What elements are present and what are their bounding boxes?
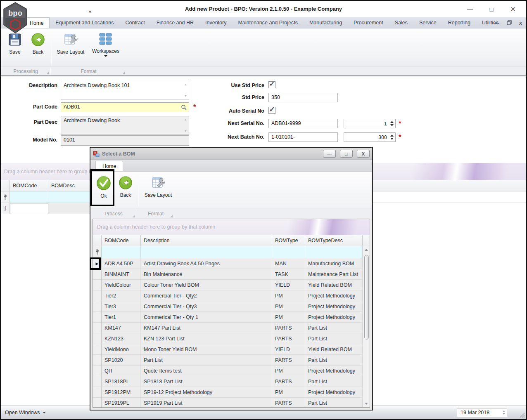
std-price-field[interactable]: 350 [268, 93, 338, 102]
tab-maintenance-and-projects[interactable]: Maintenance and Projects [232, 17, 304, 28]
scroll-down-icon[interactable] [363, 400, 370, 407]
dialog-launcher-icon[interactable] [133, 215, 135, 217]
save-button[interactable]: Save [3, 28, 26, 66]
bom-row[interactable]: YieldColour Colour Toner Yield BOM YIELD… [93, 280, 363, 290]
next-serial-field[interactable]: ADB01-9999 [268, 119, 338, 128]
cell-bomcode: KZN123 [102, 333, 141, 344]
next-serial-qty-stepper[interactable]: 1 [344, 119, 396, 128]
date-spin-down-icon[interactable] [503, 413, 505, 415]
mdi-close-icon[interactable]: x [519, 20, 522, 26]
bom-row[interactable]: Tier1 Commerical Tier - Qty 1 PM Project… [93, 312, 363, 323]
date-spin-up-icon[interactable] [503, 411, 505, 412]
row-indicator [93, 280, 102, 290]
bom-row[interactable]: SP1912PM SP19-12 Project Methodology PM … [93, 387, 363, 398]
filter-cell[interactable] [305, 246, 363, 258]
filter-cell[interactable] [272, 246, 305, 258]
column-header-description[interactable]: Description [141, 235, 272, 246]
model-no-field[interactable]: 0101 [61, 135, 189, 146]
cell-bomtypedesc: Project Methodology [305, 312, 363, 322]
maximize-icon[interactable]: □ [486, 4, 497, 14]
scroll-down-icon[interactable]: ▼ [184, 130, 187, 132]
tab-manufacturing[interactable]: Manufacturing [304, 17, 348, 28]
bom-group-by-panel[interactable]: Drag a column header here to group by th… [93, 219, 370, 235]
next-serial-qty-value: 1 [344, 121, 389, 127]
tab-service[interactable]: Service [413, 17, 442, 28]
part-desc-field[interactable]: Architects Drawing Book ▲▼ [61, 116, 189, 134]
bom-filter-row [93, 246, 370, 258]
tab-procurement[interactable]: Procurement [348, 17, 389, 28]
dialog-minimize-icon[interactable]: — [323, 150, 336, 158]
back-button[interactable]: Back [26, 28, 50, 66]
open-windows-button[interactable]: Open Windows [5, 410, 46, 415]
group-processing-label: Processing [13, 68, 38, 74]
save-layout-button[interactable]: Save Layout [53, 28, 88, 66]
cell-bomcode: Tier3 [102, 301, 141, 311]
spin-up-icon[interactable] [390, 134, 394, 137]
bom-row[interactable]: ▶ ADB A4 50P Artist Drawing Book A4 50 P… [93, 258, 363, 269]
tab-inventory[interactable]: Inventory [199, 17, 232, 28]
part-code-field[interactable]: ADB01 [61, 102, 189, 112]
tab-reporting[interactable]: Reporting [442, 17, 476, 28]
selected-row-arrow-icon: ▶ [96, 262, 99, 266]
minimize-icon[interactable]: — [464, 4, 476, 14]
tab-sales[interactable]: Sales [389, 17, 413, 28]
filter-cell[interactable] [102, 246, 141, 258]
cell-bomtypedesc: Project Methodology [305, 366, 363, 376]
required-asterisk: * [399, 133, 401, 142]
dialog-tab-home[interactable]: Home [95, 161, 123, 171]
dialog-title: Select a BOM [102, 151, 319, 157]
spin-down-icon[interactable] [390, 138, 394, 140]
dialog-title-bar[interactable]: Select a BOM — □ X [90, 148, 372, 160]
bom-row[interactable]: BINMAINT Bin Maintenance TASK Maintenanc… [93, 269, 363, 280]
bom-row[interactable]: SP1919PL SP1919 Part List PARTS Part Lis… [93, 398, 363, 407]
bom-row[interactable]: SP1020 Part List PARTS Part List [93, 355, 363, 366]
column-header-bomtype[interactable]: BOMType [272, 235, 305, 246]
bom-row[interactable]: QIT Quote Items test PM Project Methodol… [93, 366, 363, 376]
cell-description: Commerical Tier - Qty 1 [141, 312, 272, 322]
workspaces-button[interactable]: Workspaces [88, 28, 123, 66]
bom-row[interactable]: SP1818PL SP1818 Part List PARTS Part Lis… [93, 376, 363, 387]
dialog-launcher-icon[interactable] [122, 72, 125, 74]
dialog-close-icon[interactable]: X [357, 150, 370, 158]
bom-row[interactable]: YieldMono Mono Toner Yield BOM YIELD Yie… [93, 344, 363, 355]
filter-cell[interactable] [141, 246, 272, 258]
tab-contract[interactable]: Contract [119, 17, 150, 28]
edit-cell-bomcode[interactable] [10, 203, 48, 214]
filter-cell-bomcode[interactable] [10, 191, 48, 203]
spin-down-icon[interactable] [390, 124, 394, 126]
bom-row[interactable]: Tier3 Commercial Tier - Qty3 PM Project … [93, 301, 363, 312]
cell-bomtype: PM [272, 312, 305, 322]
scroll-up-icon[interactable] [363, 246, 370, 253]
resize-grip-icon[interactable] [519, 412, 525, 418]
mdi-restore-icon[interactable] [507, 20, 512, 25]
ribbon-separator [138, 173, 139, 206]
cell-bomtype: PARTS [272, 398, 305, 407]
date-field[interactable]: 19 Mar 2018 [457, 408, 507, 417]
use-std-price-checkbox[interactable]: ✓ [268, 81, 275, 88]
bom-row[interactable]: Tier2 Commercial Tier - Qty2 PM Project … [93, 290, 363, 301]
mdi-minimize-icon[interactable]: — [494, 20, 499, 26]
dialog-launcher-icon[interactable] [170, 215, 173, 217]
dialog-back-button[interactable]: Back [114, 172, 137, 208]
next-batch-qty-stepper[interactable]: 300 [344, 132, 396, 142]
spin-up-icon[interactable] [390, 121, 394, 123]
column-header-bomcode[interactable]: BOMCode [10, 180, 48, 191]
dialog-save-layout-button[interactable]: Save Layout [140, 172, 176, 208]
group-format-label: Format [81, 68, 96, 74]
ok-button[interactable]: Ok [93, 172, 114, 208]
dialog-launcher-icon[interactable] [46, 72, 49, 74]
tab-equipment-and-locations[interactable]: Equipment and Locations [50, 17, 119, 28]
column-header-bomcode[interactable]: BOMCode [102, 235, 141, 246]
next-batch-field[interactable]: 1-010101- [268, 132, 338, 142]
column-header-bomtypedesc[interactable]: BOMTypeDesc [305, 235, 363, 246]
cell-bomtypedesc: Part List [305, 355, 363, 365]
vertical-scrollbar[interactable] [363, 246, 370, 407]
close-icon[interactable]: ✕ [507, 4, 519, 14]
bom-row[interactable]: KZN123 KZN 123 Part List PARTS Part List [93, 333, 363, 344]
auto-serial-checkbox[interactable]: ✓ [268, 107, 275, 114]
dialog-maximize-icon[interactable]: □ [340, 150, 353, 158]
bom-row[interactable]: KM147 KM147 Part List PARTS Part List [93, 323, 363, 333]
tab-finance-and-hr[interactable]: Finance and HR [151, 17, 199, 28]
description-field[interactable]: Architects Drawing Book 101 ▲▼ [61, 81, 189, 99]
scrollbar-thumb[interactable] [364, 255, 369, 340]
